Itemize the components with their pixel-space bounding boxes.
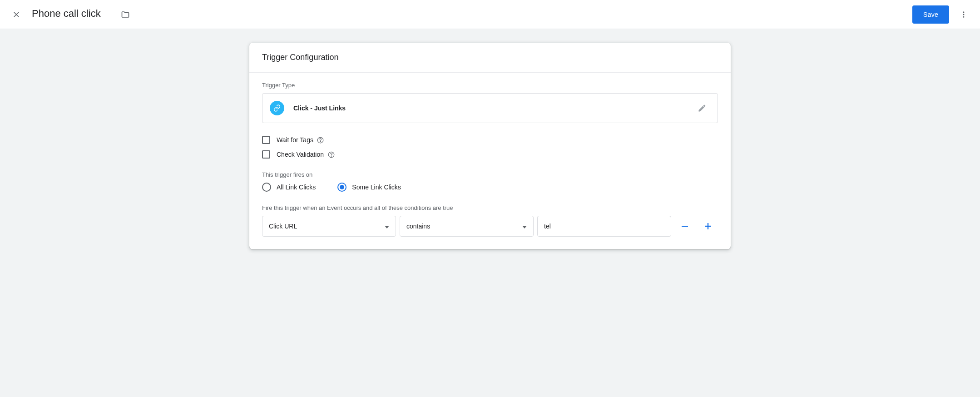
trigger-configuration-card: Trigger Configuration Trigger Type Click… xyxy=(249,43,731,249)
folder-icon xyxy=(121,10,130,19)
help-check-validation-button[interactable] xyxy=(327,151,335,158)
card-title: Trigger Configuration xyxy=(249,43,731,72)
more-vert-icon xyxy=(960,10,968,19)
trigger-type-selector[interactable]: Click - Just Links xyxy=(262,93,718,123)
edit-trigger-type-button[interactable] xyxy=(694,100,710,116)
condition-row: Click URL contains xyxy=(262,216,718,237)
close-icon xyxy=(12,10,20,19)
check-validation-label: Check Validation xyxy=(277,151,324,158)
save-button[interactable]: Save xyxy=(912,5,949,24)
trigger-name-input[interactable] xyxy=(31,6,113,22)
overflow-menu-button[interactable] xyxy=(955,5,973,24)
remove-condition-button[interactable] xyxy=(675,216,695,236)
condition-operator-value: contains xyxy=(406,223,522,230)
svg-point-1 xyxy=(963,14,965,15)
radio-some-label: Some Link Clicks xyxy=(352,184,401,191)
trigger-type-label: Trigger Type xyxy=(262,82,718,89)
condition-value-input-wrapper xyxy=(537,216,671,237)
wait-for-tags-label: Wait for Tags xyxy=(277,136,313,144)
trigger-type-value: Click - Just Links xyxy=(293,104,694,112)
fires-on-label: This trigger fires on xyxy=(262,171,718,178)
svg-point-2 xyxy=(963,16,965,17)
check-validation-checkbox[interactable] xyxy=(262,150,270,159)
radio-icon xyxy=(262,183,271,192)
conditions-description: Fire this trigger when an Event occurs a… xyxy=(262,204,718,211)
link-icon xyxy=(270,101,284,115)
wait-for-tags-checkbox[interactable] xyxy=(262,136,270,144)
minus-icon xyxy=(682,226,688,227)
radio-some-link-clicks[interactable]: Some Link Clicks xyxy=(337,183,401,192)
condition-value-input[interactable] xyxy=(544,223,664,230)
add-condition-button[interactable] xyxy=(698,216,718,236)
folder-button[interactable] xyxy=(116,5,134,24)
svg-point-0 xyxy=(963,11,965,13)
svg-rect-7 xyxy=(682,226,688,227)
help-wait-for-tags-button[interactable] xyxy=(317,136,324,144)
radio-icon xyxy=(337,183,346,192)
chevron-down-icon xyxy=(522,223,527,230)
plus-icon xyxy=(705,223,711,229)
condition-variable-value: Click URL xyxy=(269,223,385,230)
svg-point-6 xyxy=(331,156,332,156)
help-icon xyxy=(317,137,324,144)
radio-all-label: All Link Clicks xyxy=(277,184,316,191)
pencil-icon xyxy=(698,104,707,113)
help-icon xyxy=(328,151,335,158)
condition-operator-select[interactable]: contains xyxy=(400,216,534,237)
chevron-down-icon xyxy=(385,223,389,230)
svg-point-4 xyxy=(320,141,321,142)
close-button[interactable] xyxy=(7,5,25,24)
radio-all-link-clicks[interactable]: All Link Clicks xyxy=(262,183,316,192)
condition-variable-select[interactable]: Click URL xyxy=(262,216,396,237)
svg-rect-9 xyxy=(705,226,711,227)
